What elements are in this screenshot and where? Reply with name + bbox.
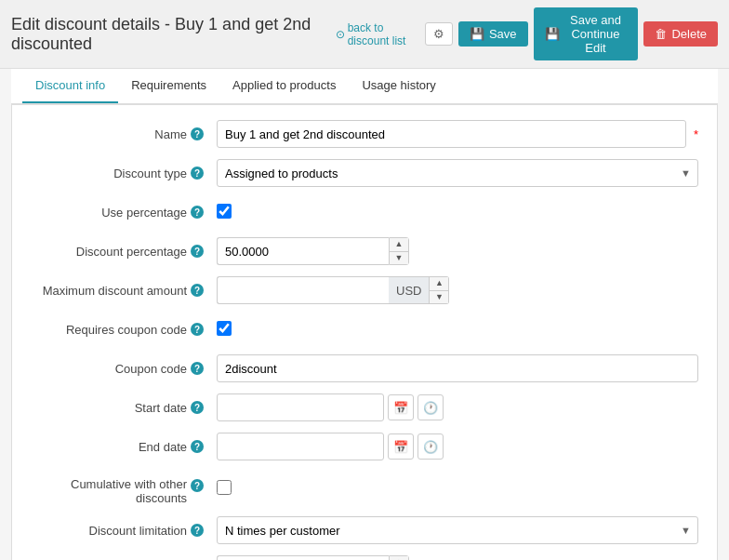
- n-times-row: N times ? ▲ ▼ times: [31, 555, 698, 560]
- tab-usage-history[interactable]: Usage history: [349, 69, 448, 103]
- max-discount-amount-control: USD ▲ ▼: [217, 276, 698, 304]
- discount-type-select[interactable]: Assigned to products Assigned to categor…: [217, 159, 698, 187]
- back-to-discount-list-link[interactable]: back to discount list: [336, 21, 425, 47]
- name-label: Name ?: [31, 127, 217, 141]
- end-date-input[interactable]: [217, 433, 384, 460]
- name-input[interactable]: [217, 120, 686, 148]
- requires-coupon-control: [217, 321, 698, 339]
- discount-percentage-row: Discount percentage ? ▲ ▼: [31, 237, 698, 265]
- start-date-calendar-btn[interactable]: 📅: [388, 394, 414, 420]
- cumulative-help-icon[interactable]: ?: [191, 479, 204, 492]
- n-times-control: ▲ ▼ times: [217, 555, 698, 560]
- tab-bar: Discount info Requirements Applied to pr…: [11, 69, 718, 104]
- page-title: Edit discount details - Buy 1 and get 2n…: [11, 15, 326, 54]
- coupon-code-label: Coupon code ?: [31, 362, 217, 376]
- tab-discount-info[interactable]: Discount info: [22, 69, 118, 103]
- form-content: Name ? * Discount type ?: [11, 104, 718, 560]
- start-date-input[interactable]: [217, 393, 384, 421]
- cumulative-row: Cumulative with other discounts ?: [31, 472, 698, 505]
- discount-limitation-control: N times per customer N times total Unlim…: [217, 516, 698, 544]
- use-percentage-label: Use percentage ?: [31, 206, 217, 220]
- use-percentage-control: [217, 204, 698, 221]
- discount-percentage-input[interactable]: [217, 237, 389, 265]
- use-percentage-help-icon[interactable]: ?: [191, 206, 204, 219]
- coupon-code-control: [217, 354, 698, 382]
- max-discount-amount-input[interactable]: [217, 276, 389, 304]
- discount-limitation-label: Discount limitation ?: [31, 524, 217, 538]
- settings-button[interactable]: ⚙: [425, 22, 453, 46]
- end-date-help-icon[interactable]: ?: [191, 440, 204, 453]
- start-date-wrap: 📅 🕐: [217, 393, 698, 421]
- start-date-clock-btn[interactable]: 🕐: [418, 394, 444, 420]
- end-date-clock-btn[interactable]: 🕐: [418, 433, 444, 460]
- discount-limitation-row: Discount limitation ? N times per custom…: [31, 516, 698, 544]
- end-date-label: End date ?: [31, 440, 217, 454]
- max-discount-up-btn[interactable]: ▲: [430, 277, 448, 291]
- requires-coupon-checkbox[interactable]: [217, 321, 232, 336]
- tab-requirements[interactable]: Requirements: [118, 69, 219, 103]
- name-control: *: [217, 120, 698, 148]
- discount-percentage-help-icon[interactable]: ?: [191, 245, 204, 258]
- n-times-up-btn[interactable]: ▲: [390, 556, 408, 560]
- max-discount-amount-help-icon[interactable]: ?: [191, 284, 204, 297]
- n-times-input[interactable]: [217, 555, 389, 560]
- start-date-control: 📅 🕐: [217, 393, 698, 421]
- discount-info-section: Name ? * Discount type ?: [12, 105, 717, 560]
- coupon-code-input[interactable]: [217, 354, 698, 382]
- requires-coupon-label: Requires coupon code ?: [31, 323, 217, 337]
- delete-button[interactable]: 🗑 Delete: [643, 21, 718, 47]
- max-discount-amount-wrap: USD ▲ ▼: [217, 276, 403, 304]
- delete-icon: 🗑: [655, 27, 667, 41]
- discount-limitation-select[interactable]: N times per customer N times total Unlim…: [217, 516, 698, 544]
- save-continue-icon: 💾: [545, 27, 560, 41]
- requires-coupon-help-icon[interactable]: ?: [191, 323, 204, 336]
- max-discount-down-btn[interactable]: ▼: [430, 291, 448, 304]
- discount-type-help-icon[interactable]: ?: [191, 167, 204, 180]
- start-date-row: Start date ? 📅 🕐: [31, 393, 698, 421]
- use-percentage-checkbox[interactable]: [217, 204, 232, 219]
- discount-limitation-help-icon[interactable]: ?: [191, 524, 204, 537]
- tab-applied-to-products[interactable]: Applied to products: [219, 69, 349, 103]
- save-icon: 💾: [470, 27, 484, 41]
- coupon-code-row: Coupon code ?: [31, 354, 698, 382]
- coupon-code-help-icon[interactable]: ?: [191, 362, 204, 375]
- discount-percentage-label: Discount percentage ?: [31, 245, 217, 259]
- requires-coupon-row: Requires coupon code ?: [31, 315, 698, 343]
- discount-type-label: Discount type ?: [31, 167, 217, 180]
- discount-type-select-wrapper: Assigned to products Assigned to categor…: [217, 159, 698, 187]
- end-date-control: 📅 🕐: [217, 433, 698, 460]
- currency-label: USD: [389, 276, 430, 304]
- n-times-spinner: ▲ ▼: [217, 555, 365, 560]
- save-button[interactable]: 💾 Save: [458, 21, 528, 47]
- max-discount-amount-row: Maximum discount amount ? USD ▲ ▼: [31, 276, 698, 304]
- header-left: Edit discount details - Buy 1 and get 2n…: [11, 15, 425, 54]
- cumulative-checkbox[interactable]: [217, 480, 232, 495]
- main-container: Discount info Requirements Applied to pr…: [0, 69, 729, 560]
- end-date-calendar-btn[interactable]: 📅: [388, 433, 414, 460]
- save-continue-button[interactable]: 💾 Save and Continue Edit: [534, 7, 639, 60]
- discount-type-control: Assigned to products Assigned to categor…: [217, 159, 698, 187]
- start-date-label: Start date ?: [31, 401, 217, 415]
- end-date-wrap: 📅 🕐: [217, 433, 698, 460]
- discount-percentage-spinners: ▲ ▼: [389, 237, 409, 265]
- max-discount-spinners: ▲ ▼: [430, 276, 449, 304]
- start-date-help-icon[interactable]: ?: [191, 401, 204, 414]
- name-row: Name ? *: [31, 120, 698, 148]
- discount-percentage-control: ▲ ▼: [217, 237, 698, 265]
- n-times-spinners: ▲ ▼: [389, 555, 409, 560]
- max-discount-amount-label: Maximum discount amount ?: [31, 284, 217, 298]
- end-date-row: End date ? 📅 🕐: [31, 433, 698, 460]
- discount-percentage-up-btn[interactable]: ▲: [390, 238, 408, 252]
- name-help-icon[interactable]: ?: [191, 127, 204, 140]
- page-header: Edit discount details - Buy 1 and get 2n…: [0, 0, 729, 69]
- name-required-star: *: [694, 127, 698, 141]
- discount-type-row: Discount type ? Assigned to products Ass…: [31, 159, 698, 187]
- cumulative-control: [217, 480, 698, 498]
- use-percentage-row: Use percentage ?: [31, 198, 698, 226]
- header-right: ⚙ 💾 Save 💾 Save and Continue Edit 🗑 Dele…: [425, 7, 718, 60]
- discount-limitation-select-wrapper: N times per customer N times total Unlim…: [217, 516, 698, 544]
- discount-percentage-down-btn[interactable]: ▼: [390, 252, 408, 265]
- cumulative-label: Cumulative with other discounts ?: [31, 472, 217, 505]
- discount-percentage-spinner: ▲ ▼: [217, 237, 365, 265]
